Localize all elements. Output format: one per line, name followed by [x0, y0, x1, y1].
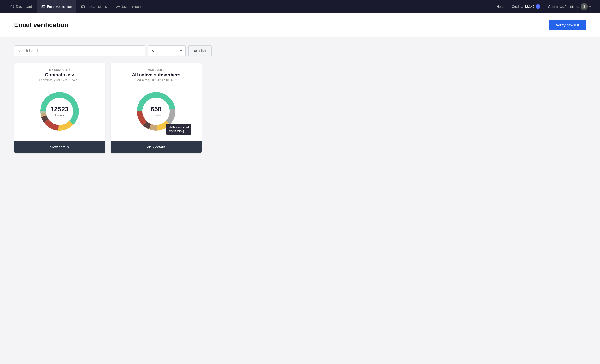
nav-item-dashboard[interactable]: Dashboard: [6, 0, 37, 13]
cards-grid: 🗑 MY COMPUTER Contacts.csv Gediminas, 20…: [14, 63, 202, 153]
filter-icon: [194, 49, 197, 53]
avatar: G: [581, 3, 588, 10]
svg-point-3: [196, 50, 197, 51]
dashboard-icon: [10, 5, 14, 9]
add-credits-button[interactable]: +: [536, 4, 541, 9]
nav-user[interactable]: Gediminas Andrijaitis G ▾: [544, 3, 594, 10]
user-menu-chevron: ▾: [590, 5, 591, 8]
view-details-button-2[interactable]: View details: [111, 141, 202, 153]
inbox-icon: [81, 5, 85, 9]
nav-item-inbox-insights[interactable]: Inbox insights: [76, 0, 112, 13]
filter-bar: All Verified Unverified Filter: [14, 46, 586, 56]
nav-item-usage-report[interactable]: Usage report: [112, 0, 146, 13]
search-wrap: [14, 46, 145, 56]
nav-item-email-verification[interactable]: Email verification: [37, 0, 77, 13]
email-icon: [41, 5, 45, 9]
filter-button[interactable]: Filter: [188, 46, 212, 56]
chart-icon: [116, 5, 120, 9]
card-contacts-csv: 🗑 MY COMPUTER Contacts.csv Gediminas, 20…: [14, 63, 105, 153]
card-active-subscribers: 🗑 MAILERLITE All active subscribers Gedi…: [111, 63, 202, 153]
nav-credits: Credits: 42,149 +: [508, 4, 544, 9]
card-body-2: 🗑 MAILERLITE All active subscribers Gedi…: [111, 63, 202, 137]
view-details-button-1[interactable]: View details: [14, 141, 105, 153]
verify-new-list-button[interactable]: Verify new list: [549, 20, 586, 30]
status-filter-wrap: All Verified Unverified: [148, 46, 186, 56]
navbar: Dashboard Email verification Inbox insig…: [0, 0, 600, 13]
svg-point-4: [195, 51, 196, 52]
nav-help[interactable]: Help: [492, 5, 508, 9]
card-footer-2: View details: [111, 141, 202, 153]
status-select[interactable]: All Verified Unverified: [152, 49, 178, 53]
page-title: Email verification: [14, 21, 68, 29]
card-body-1: 🗑 MY COMPUTER Contacts.csv Gediminas, 20…: [14, 63, 105, 137]
search-input[interactable]: [18, 49, 142, 53]
donut-center-1: 12523 Emails: [50, 105, 69, 117]
page-header: Email verification Verify new list: [0, 13, 600, 37]
select-chevron: [180, 50, 182, 52]
donut-center-2: 658 Emails: [151, 105, 162, 117]
donut-chart-1: 12523 Emails: [20, 85, 99, 137]
card-footer-1: View details: [14, 141, 105, 153]
donut-chart-2: 658 Emails Mailbox not found 87 (13.22%): [116, 85, 196, 137]
svg-rect-1: [42, 6, 45, 8]
content-area: All Verified Unverified Filter 🗑 MY COMP…: [0, 37, 600, 162]
